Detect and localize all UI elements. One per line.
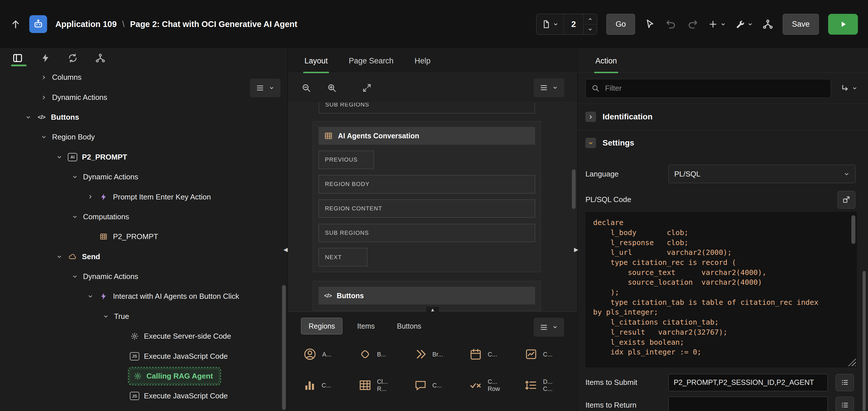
chevron-right-icon[interactable] <box>585 112 596 122</box>
tree-item-send[interactable]: Send <box>0 246 287 266</box>
tree-menu-button[interactable] <box>250 79 280 98</box>
tab-page-search[interactable]: Page Search <box>347 57 395 73</box>
gallery-item-dynamic-content[interactable]: D... C... <box>524 378 580 392</box>
chevron-down-icon[interactable] <box>56 154 63 160</box>
section-settings[interactable]: Settings <box>578 130 868 156</box>
processing-tab-icon[interactable] <box>67 53 78 63</box>
up-arrow-button[interactable] <box>10 19 21 30</box>
items-to-return-picker-button[interactable] <box>836 397 854 411</box>
page-down-button[interactable] <box>584 24 596 34</box>
chevron-down-icon[interactable] <box>24 114 32 120</box>
selected-node-highlight[interactable]: Calling RAG Agent <box>129 369 219 383</box>
gallery-menu-button[interactable] <box>534 318 564 337</box>
tab-layout[interactable]: Layout <box>303 57 329 73</box>
code-scrollbar-thumb[interactable] <box>851 215 855 244</box>
shared-components-tab-icon[interactable] <box>95 53 106 63</box>
chevron-down-icon[interactable] <box>87 293 94 299</box>
chevron-right-icon[interactable] <box>40 74 48 80</box>
region-header[interactable]: AI Agents Conversation <box>318 127 535 145</box>
right-panel-scrollbar-thumb[interactable] <box>863 271 866 411</box>
tree-item-region-body[interactable]: Region Body <box>0 127 287 147</box>
expand-icon[interactable] <box>362 83 372 93</box>
gallery-item-content-row[interactable]: C... Row <box>469 378 524 392</box>
filter-field[interactable] <box>585 79 831 98</box>
tree-scrollbar-thumb[interactable] <box>282 285 286 410</box>
chevron-down-icon[interactable] <box>71 214 79 220</box>
language-select[interactable]: PL/SQL <box>669 165 855 183</box>
canvas-scrollbar-thumb[interactable] <box>572 169 576 209</box>
chevron-right-icon[interactable] <box>87 194 94 200</box>
run-button[interactable] <box>828 14 858 35</box>
chevron-down-icon[interactable] <box>71 174 79 180</box>
zoom-out-icon[interactable] <box>301 83 312 93</box>
go-button[interactable]: Go <box>606 14 635 35</box>
gallery-tab-buttons[interactable]: Buttons <box>390 318 429 334</box>
goto-group-button[interactable] <box>835 83 862 94</box>
tree-item-dynamic-actions[interactable]: Dynamic Actions <box>0 267 287 286</box>
tree-item-calling-rag-agent[interactable]: Calling RAG Agent <box>0 366 287 386</box>
gallery-item-cards[interactable]: C... <box>524 347 580 361</box>
slot-region-body[interactable]: REGION BODY <box>318 175 535 194</box>
save-button[interactable]: Save <box>783 14 818 35</box>
region-header[interactable]: </> Buttons <box>318 287 535 305</box>
redo-button[interactable] <box>686 18 699 30</box>
collapse-right-splitter[interactable]: ▶ <box>574 247 579 252</box>
tree-item-execute-javascript-code[interactable]: JS Execute JavaScript Code <box>0 346 287 366</box>
tree-item-buttons[interactable]: </> Buttons <box>0 107 287 127</box>
slot-previous[interactable]: PREVIOUS <box>318 151 374 169</box>
cut-subregions-slot[interactable]: SUB REGIONS <box>319 103 535 113</box>
gallery-tab-items[interactable]: Items <box>349 318 382 334</box>
region-ai-agents-conversation[interactable]: AI Agents Conversation PREVIOUS REGION B… <box>313 121 541 272</box>
undo-button[interactable] <box>665 18 677 30</box>
tree-item-execute-javascript-code[interactable]: JS Execute JavaScript Code <box>0 386 287 406</box>
items-to-return-input[interactable] <box>669 397 828 411</box>
gallery-item-avatar[interactable]: A... <box>303 347 358 361</box>
filter-input[interactable] <box>605 84 825 93</box>
slot-region-content[interactable]: REGION CONTENT <box>318 200 535 218</box>
collapse-left-splitter[interactable]: ◀ <box>283 247 288 252</box>
gallery-expand-arrow[interactable]: ▲ <box>426 307 439 313</box>
gallery-item-classic-report[interactable]: Cl... R... <box>358 378 413 392</box>
tree-item-execute-server-side-code[interactable]: Execute Server-side Code <box>0 326 287 346</box>
create-menu-button[interactable] <box>708 19 726 29</box>
code-resize-handle[interactable] <box>848 358 856 366</box>
gallery-item-badge[interactable]: B... <box>358 347 413 361</box>
code-editor-expand-button[interactable] <box>838 191 855 209</box>
tree-item-true[interactable]: True <box>0 307 287 326</box>
gallery-item-comments[interactable]: C... <box>413 378 469 392</box>
app-title[interactable]: Application 109 <box>56 20 117 29</box>
tree-item-columns[interactable]: Columns <box>0 67 287 87</box>
tree-item-prompt-item-enter-key-action[interactable]: Prompt Item Enter Key Action <box>0 187 287 207</box>
items-to-submit-input[interactable] <box>669 374 828 391</box>
items-to-submit-picker-button[interactable] <box>836 374 854 391</box>
page-up-button[interactable] <box>584 14 596 24</box>
dynamic-actions-tab-icon[interactable] <box>40 53 51 63</box>
tree-item-interact-with-ai-agents[interactable]: Interact with AI Agents on Button Click <box>0 286 287 306</box>
slot-sub-regions[interactable]: SUB REGIONS <box>318 224 535 242</box>
tab-action[interactable]: Action <box>594 57 618 73</box>
app-logo-robot-icon[interactable] <box>29 15 47 33</box>
tree-item-computations[interactable]: Computations <box>0 207 287 227</box>
plsql-code-editor[interactable]: declare l_body clob; l_response clob; l_… <box>585 212 857 367</box>
chevron-down-icon[interactable] <box>40 134 48 140</box>
shared-components-button[interactable] <box>762 19 774 30</box>
gallery-tab-regions[interactable]: Regions <box>301 318 342 334</box>
tab-help[interactable]: Help <box>413 57 431 73</box>
rendering-tab-icon[interactable] <box>12 53 23 64</box>
utilities-menu-button[interactable] <box>735 19 753 29</box>
chevron-right-icon[interactable] <box>40 95 48 100</box>
chevron-down-icon[interactable] <box>102 313 110 319</box>
section-identification[interactable]: Identification <box>578 104 868 130</box>
page-finder-button[interactable] <box>536 14 563 34</box>
region-buttons[interactable]: </> Buttons <box>313 281 541 311</box>
tree-item-p2-prompt[interactable]: AI P2_PROMPT <box>0 147 287 167</box>
gallery-item-breadcrumb[interactable]: Br... <box>413 347 469 361</box>
tree-item-p2-prompt-computation[interactable]: P2_PROMPT <box>0 227 287 246</box>
gallery-item-calendar[interactable]: C... <box>469 347 524 361</box>
chevron-down-icon[interactable] <box>585 138 596 148</box>
chevron-down-icon[interactable] <box>71 274 79 279</box>
zoom-in-icon[interactable] <box>327 83 337 93</box>
gallery-item-chart[interactable]: C... <box>303 378 358 392</box>
chevron-down-icon[interactable] <box>56 254 63 260</box>
tree-item-dynamic-actions[interactable]: Dynamic Actions <box>0 87 287 107</box>
